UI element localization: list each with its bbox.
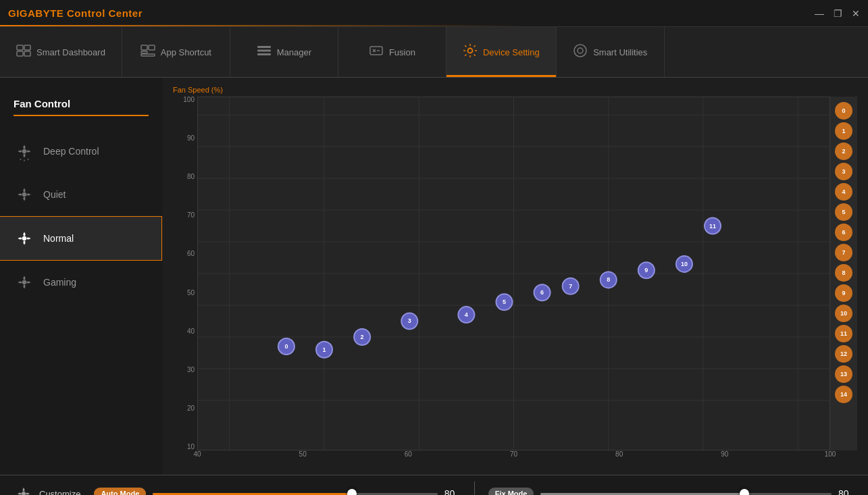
fix-slider-thumb[interactable] xyxy=(740,489,749,495)
nav-device-setting[interactable]: Device Setting xyxy=(446,27,557,77)
svg-text:9: 9 xyxy=(644,267,648,273)
app-shortcut-icon xyxy=(141,45,155,60)
smart-utilities-label: Smart Utilities xyxy=(593,47,647,57)
main-content: Fan Control Deep Control xyxy=(0,78,868,475)
x-label-50: 50 xyxy=(299,450,307,458)
auto-mode-value: 80 xyxy=(444,488,461,495)
chart-content: Fan Speed (%) 100 90 80 70 60 50 40 30 2… xyxy=(162,78,868,475)
sidebar-item-quiet[interactable]: Quiet xyxy=(0,173,162,216)
close-button[interactable]: ✕ xyxy=(852,8,860,19)
sidebar-item-normal[interactable]: Normal xyxy=(0,216,162,261)
svg-rect-3 xyxy=(24,51,30,56)
svg-text:1: 1 xyxy=(322,346,326,353)
nav-smart-dashboard[interactable]: Smart Dashboard xyxy=(0,27,122,77)
app-title: GIGABYTE Control Center xyxy=(8,7,143,19)
normal-label: Normal xyxy=(43,233,74,244)
dot-btn-8[interactable]: 8 xyxy=(835,264,852,282)
nav-manager[interactable]: Manager xyxy=(230,27,338,77)
bottom-bar: Customize Auto Mode 80 Fix Mode 80 xyxy=(0,475,868,495)
minimize-button[interactable]: — xyxy=(815,8,824,19)
dot-btn-14[interactable]: 14 xyxy=(835,386,852,403)
svg-text:6: 6 xyxy=(540,289,544,296)
y-label-60: 60 xyxy=(187,251,195,257)
svg-text:3: 3 xyxy=(408,317,411,324)
manager-label: Manager xyxy=(277,47,311,57)
svg-rect-11 xyxy=(370,47,382,55)
svg-point-15 xyxy=(467,48,472,53)
device-setting-icon xyxy=(463,43,478,61)
sidebar: Fan Control Deep Control xyxy=(0,78,162,475)
navbar: Smart Dashboard App Shortcut Manager xyxy=(0,27,868,78)
divider xyxy=(474,481,475,495)
app-shortcut-label: App Shortcut xyxy=(161,47,211,57)
auto-slider-thumb[interactable] xyxy=(347,489,357,495)
svg-rect-8 xyxy=(257,46,271,48)
svg-rect-0 xyxy=(17,45,23,50)
dot-btn-4[interactable]: 4 xyxy=(835,183,852,201)
svg-rect-6 xyxy=(141,51,147,53)
dot-btn-9[interactable]: 9 xyxy=(835,284,852,302)
svg-text:10: 10 xyxy=(681,261,688,267)
dot-btn-12[interactable]: 12 xyxy=(835,345,852,363)
svg-rect-7 xyxy=(141,54,155,56)
fix-mode-badge[interactable]: Fix Mode xyxy=(488,488,534,495)
auto-mode-badge[interactable]: Auto Mode xyxy=(94,488,146,495)
x-label-60: 60 xyxy=(405,450,412,458)
x-label-90: 90 xyxy=(721,450,728,458)
gaming-label: Gaming xyxy=(43,277,76,288)
nav-smart-utilities[interactable]: Smart Utilities xyxy=(557,27,665,77)
y-label-30: 30 xyxy=(187,367,195,373)
x-label-40: 40 xyxy=(193,450,201,458)
dots-panel: 01234567891011121314 xyxy=(830,97,857,450)
svg-line-21 xyxy=(28,159,29,160)
fix-mode-slider[interactable] xyxy=(540,493,832,495)
x-label-70: 70 xyxy=(510,450,517,458)
y-label-70: 70 xyxy=(187,212,195,219)
dot-btn-13[interactable]: 13 xyxy=(835,365,852,383)
fan-speed-chart[interactable]: 01234567891011 xyxy=(197,97,830,450)
sidebar-item-gaming[interactable]: Gaming xyxy=(0,261,162,304)
dot-btn-0[interactable]: 0 xyxy=(835,102,852,120)
dot-btn-11[interactable]: 11 xyxy=(835,325,852,342)
auto-mode-slider[interactable] xyxy=(153,493,437,495)
dot-btn-7[interactable]: 7 xyxy=(835,244,852,261)
nav-fusion[interactable]: Fusion xyxy=(338,27,446,77)
dot-btn-1[interactable]: 1 xyxy=(835,122,852,140)
y-label-40: 40 xyxy=(187,328,195,335)
dot-btn-3[interactable]: 3 xyxy=(835,163,852,180)
svg-rect-10 xyxy=(257,53,271,55)
svg-text:2: 2 xyxy=(361,334,364,340)
y-label-100: 100 xyxy=(183,97,195,103)
titlebar: GIGABYTE Control Center — ❐ ✕ xyxy=(0,0,868,27)
maximize-button[interactable]: ❐ xyxy=(834,8,842,19)
smart-dashboard-label: Smart Dashboard xyxy=(36,47,105,57)
svg-line-20 xyxy=(20,159,22,160)
fix-mode-section: Fix Mode 80 xyxy=(488,488,854,495)
nav-app-shortcut[interactable]: App Shortcut xyxy=(122,27,230,77)
svg-rect-2 xyxy=(17,51,23,56)
y-axis-label: Fan Speed (%) xyxy=(173,86,857,94)
svg-rect-1 xyxy=(24,45,30,50)
sidebar-item-deep-control[interactable]: Deep Control xyxy=(0,130,162,173)
customize-label: Customize xyxy=(39,489,80,496)
svg-point-22 xyxy=(22,192,26,197)
dot-btn-2[interactable]: 2 xyxy=(835,142,852,160)
svg-rect-5 xyxy=(149,45,155,50)
sidebar-title: Fan Control xyxy=(14,98,149,116)
auto-mode-section: Auto Mode 80 xyxy=(94,488,460,495)
device-setting-label: Device Setting xyxy=(483,47,540,57)
manager-icon xyxy=(257,45,272,60)
y-label-80: 80 xyxy=(187,174,195,180)
x-label-100: 100 xyxy=(825,450,836,458)
dot-btn-10[interactable]: 10 xyxy=(835,305,852,322)
deep-control-label: Deep Control xyxy=(43,146,99,157)
svg-text:4: 4 xyxy=(465,311,468,318)
svg-point-18 xyxy=(22,149,26,153)
x-label-80: 80 xyxy=(615,450,623,458)
svg-rect-9 xyxy=(257,49,271,51)
dot-btn-5[interactable]: 5 xyxy=(835,203,852,221)
fusion-label: Fusion xyxy=(389,47,415,57)
y-label-90: 90 xyxy=(187,135,195,142)
svg-point-24 xyxy=(22,280,26,284)
dot-btn-6[interactable]: 6 xyxy=(835,224,852,241)
